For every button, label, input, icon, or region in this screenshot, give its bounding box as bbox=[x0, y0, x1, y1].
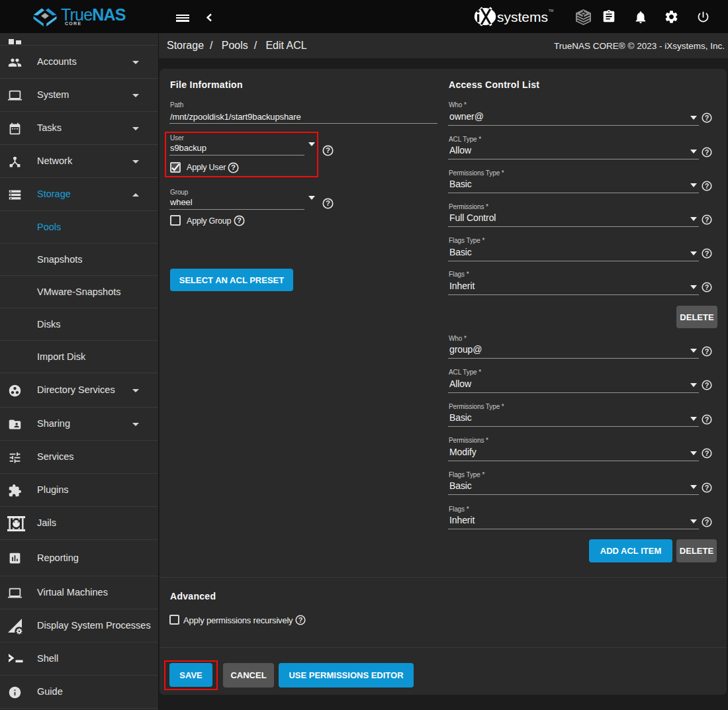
svg-text:?: ? bbox=[705, 415, 709, 423]
svg-text:?: ? bbox=[705, 283, 709, 291]
svg-text:?: ? bbox=[705, 449, 709, 457]
svg-text:?: ? bbox=[705, 148, 709, 155]
svg-text:?: ? bbox=[705, 347, 709, 355]
svg-text:TM: TM bbox=[549, 9, 553, 13]
svg-text:?: ? bbox=[298, 616, 302, 624]
svg-text:?: ? bbox=[705, 181, 709, 189]
svg-text:?: ? bbox=[705, 249, 709, 257]
svg-text:?: ? bbox=[230, 163, 235, 171]
svg-text:?: ? bbox=[236, 216, 241, 224]
svg-text:?: ? bbox=[705, 517, 709, 525]
svg-text:?: ? bbox=[326, 199, 330, 207]
svg-text:systems: systems bbox=[497, 9, 548, 24]
svg-text:?: ? bbox=[705, 114, 709, 122]
svg-text:?: ? bbox=[705, 215, 709, 223]
svg-text:?: ? bbox=[705, 483, 709, 491]
svg-text:?: ? bbox=[705, 381, 709, 389]
svg-text:?: ? bbox=[326, 146, 330, 154]
